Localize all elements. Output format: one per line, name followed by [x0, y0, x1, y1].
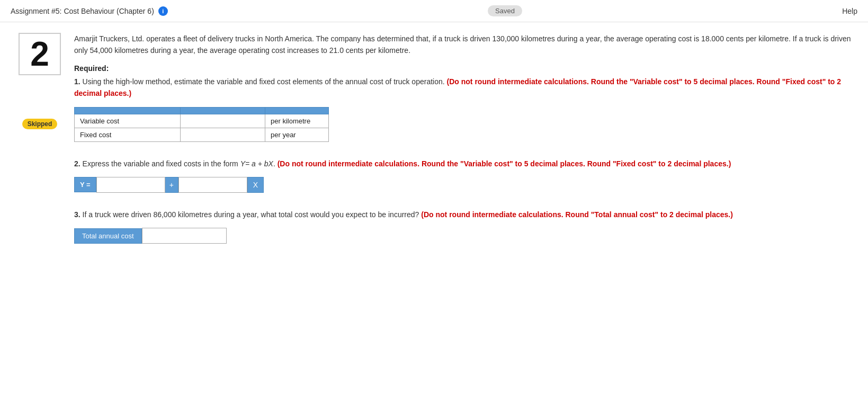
formula-input2-field[interactable]	[179, 177, 247, 192]
formula-plus: +	[165, 177, 178, 193]
section3-number: 3.	[74, 210, 80, 219]
total-cost-input[interactable]	[142, 228, 226, 243]
header-left: Assignment #5: Cost Behaviour (Chapter 6…	[11, 6, 168, 16]
section2-number: 2.	[74, 159, 80, 168]
skipped-badge: Skipped	[22, 119, 58, 129]
table-row: Variable cost per kilometre	[75, 114, 329, 128]
total-cost-row: Total annual cost	[74, 228, 852, 244]
section2-text: Express the variable and fixed costs in …	[83, 159, 275, 168]
section1-instruction: 1. Using the high-low method, estimate t…	[74, 76, 852, 100]
section3: 3. If a truck were driven 86,000 kilomet…	[74, 209, 852, 244]
required-label: Required:	[74, 64, 852, 73]
section3-instruction: 3. If a truck were driven 86,000 kilomet…	[74, 209, 852, 220]
total-cost-label: Total annual cost	[74, 228, 142, 244]
assignment-title: Assignment #5: Cost Behaviour (Chapter 6…	[11, 7, 154, 15]
table-header-col1	[75, 107, 181, 114]
total-cost-input-cell[interactable]	[142, 228, 227, 244]
fixed-cost-unit: per year	[265, 128, 329, 141]
formula-input1[interactable]	[96, 177, 165, 193]
info-icon[interactable]: i	[158, 6, 168, 16]
saved-badge: Saved	[488, 5, 522, 16]
formula-x-label: X	[247, 177, 264, 193]
header: Assignment #5: Cost Behaviour (Chapter 6…	[0, 0, 868, 22]
section3-red-text: (Do not round intermediate calculations.…	[421, 210, 733, 219]
formula-input1-field[interactable]	[97, 177, 165, 192]
formula-input2[interactable]	[178, 177, 247, 193]
question-content: Amarjit Truckers, Ltd. operates a fleet …	[74, 33, 852, 244]
fixed-cost-input-cell[interactable]	[181, 128, 265, 141]
section1-number: 1.	[74, 77, 80, 86]
table-header-col2	[181, 107, 265, 114]
formula-row: Y = + X	[74, 177, 852, 193]
fixed-cost-input[interactable]	[181, 128, 265, 141]
cost-table: Variable cost per kilometre Fixed cost p…	[74, 107, 329, 142]
section2-red-text: (Do not round intermediate calculations.…	[278, 159, 731, 168]
variable-cost-input[interactable]	[181, 114, 265, 128]
fixed-cost-label: Fixed cost	[75, 128, 181, 141]
formula-y-label: Y =	[74, 177, 96, 192]
variable-cost-label: Variable cost	[75, 114, 181, 128]
question-number-column: 2 Skipped	[16, 33, 64, 244]
question-intro-text: Amarjit Truckers, Ltd. operates a fleet …	[74, 33, 852, 57]
table-row: Fixed cost per year	[75, 128, 329, 141]
section2: 2. Express the variable and fixed costs …	[74, 158, 852, 193]
variable-cost-input-cell[interactable]	[181, 114, 265, 128]
variable-cost-unit: per kilometre	[265, 114, 329, 128]
section3-text: If a truck were driven 86,000 kilometres…	[83, 210, 419, 219]
section2-instruction: 2. Express the variable and fixed costs …	[74, 158, 852, 170]
main-content: 2 Skipped Amarjit Truckers, Ltd. operate…	[0, 22, 868, 254]
help-link[interactable]: Help	[842, 7, 857, 15]
table-header-col3	[265, 107, 329, 114]
question-number: 2	[19, 33, 61, 75]
section1-text: Using the high-low method, estimate the …	[83, 77, 445, 86]
